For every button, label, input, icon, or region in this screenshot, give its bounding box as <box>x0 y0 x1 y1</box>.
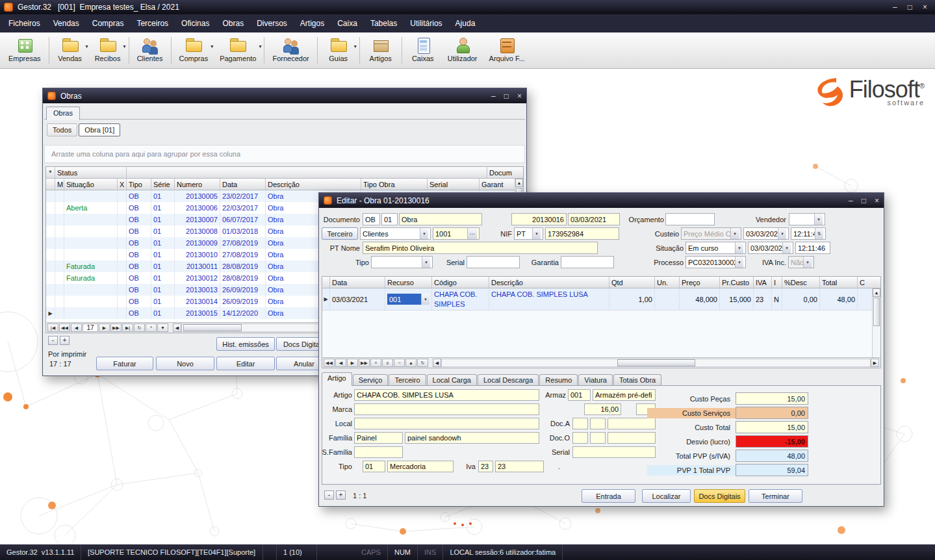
dropdown-icon[interactable]: ▾ <box>735 257 743 268</box>
toolbar-button[interactable]: ▾ Caixas <box>404 34 442 67</box>
col-descricao[interactable]: Descrição <box>489 277 609 288</box>
col-desc-pct[interactable]: %Desc <box>782 277 820 288</box>
detail-tab[interactable]: Artigo <box>322 372 352 386</box>
tipo-code-field[interactable]: 01 <box>363 461 385 472</box>
col-serie[interactable]: Série <box>151 179 175 190</box>
col-descricao[interactable]: Descrição <box>266 179 361 190</box>
collapse-button[interactable]: - <box>48 336 58 345</box>
toolbar-button[interactable]: ▾ Utilizador <box>442 34 483 67</box>
scrollbar-thumb[interactable] <box>183 324 242 331</box>
menu-item[interactable]: Compras <box>86 16 130 31</box>
detail-tab[interactable]: Terceiro <box>389 374 426 386</box>
nif-pais-combo[interactable]: PT▾ <box>514 227 543 240</box>
col-codigo[interactable]: Código <box>432 277 489 288</box>
toolbar-button[interactable]: ▾ Vendas <box>51 34 89 67</box>
expand-button[interactable]: + <box>336 490 346 500</box>
menu-item[interactable]: Vendas <box>47 16 85 31</box>
custeio-hora-field[interactable]: 12:11:46⇅ <box>791 227 826 240</box>
nav-next-icon[interactable]: ▶ <box>99 324 110 332</box>
orcamento-field[interactable] <box>665 213 715 225</box>
nav-prev-icon[interactable]: ◀ <box>71 324 82 332</box>
menu-item[interactable]: Obras <box>216 16 250 31</box>
nav-next-page-icon[interactable]: ▶▶ <box>110 324 122 332</box>
processo-combo[interactable]: PC0320130002▾ <box>685 256 746 268</box>
dropdown-icon[interactable]: ▾ <box>814 214 823 225</box>
col-c[interactable]: C <box>858 277 880 288</box>
add-row-icon[interactable]: + <box>370 359 381 367</box>
obras-titlebar[interactable]: Obras – □ × <box>43 88 526 103</box>
close-icon[interactable]: × <box>875 196 879 205</box>
menu-item[interactable]: Diversos <box>251 16 293 31</box>
detail-tab[interactable]: Local Carga <box>427 374 477 386</box>
terceiro-num-field[interactable]: 1001⋯ <box>433 227 480 240</box>
menu-item[interactable]: Tabelas <box>365 16 403 31</box>
detail-tab[interactable]: Totais Obra <box>613 374 661 386</box>
hist-emissoes-button[interactable]: Hist. emissões <box>216 337 275 351</box>
maximize-icon[interactable]: □ <box>504 92 509 101</box>
novo-button[interactable]: Novo <box>156 357 214 370</box>
menu-item[interactable]: Caixa <box>331 16 363 31</box>
serial-field[interactable] <box>467 256 520 268</box>
nav-prev-icon[interactable]: ◀ <box>335 359 346 367</box>
new-record-icon[interactable]: * <box>146 324 157 332</box>
armaz-code-field[interactable]: 001 <box>568 389 591 401</box>
local-field[interactable] <box>354 418 539 429</box>
doco-field-2[interactable] <box>590 432 606 444</box>
ellipsis-icon[interactable]: ⋯ <box>467 228 477 239</box>
col-serial[interactable]: Serial <box>428 179 480 190</box>
doca-field-1[interactable] <box>572 418 588 429</box>
refresh-icon[interactable]: ↻ <box>134 324 145 332</box>
editar-obra-window[interactable]: Editar - Obra 01-20130016 – □ × Document… <box>318 192 884 507</box>
tab-obras[interactable]: Obras <box>46 107 80 120</box>
situacao-hora-field[interactable]: 12:11:46 <box>795 242 830 254</box>
col-numero[interactable]: Numero <box>175 179 220 190</box>
scroll-left-icon[interactable]: ◀ <box>173 324 181 332</box>
spinner-icon[interactable]: ⇅ <box>815 228 823 239</box>
cell-data[interactable]: 03/03/2021 <box>330 288 385 310</box>
item-row[interactable]: ▶ 03/03/2021 001▾ CHAPA COB. SIMPLES CHA… <box>322 288 880 311</box>
expand-button[interactable]: + <box>60 336 70 345</box>
col-recurso[interactable]: Recurso <box>385 277 432 288</box>
group-header-status[interactable]: Status <box>55 167 127 178</box>
subtab[interactable]: Todos <box>47 123 77 136</box>
col-tipo[interactable]: Tipo <box>127 179 151 190</box>
toolbar-button[interactable]: ▾ Clientes <box>131 34 169 67</box>
col-tipo-obra[interactable]: Tipo Obra <box>361 179 428 190</box>
situacao-combo[interactable]: Em curso▾ <box>685 242 746 254</box>
close-icon[interactable]: × <box>517 92 522 101</box>
chevron-down-icon[interactable]: ▾ <box>354 44 357 49</box>
col-total[interactable]: Total <box>820 277 858 288</box>
edit-row-icon[interactable]: ± <box>382 359 393 367</box>
menu-item[interactable]: Ficheiros <box>3 16 46 31</box>
col-situacao[interactable]: Situação <box>64 179 118 190</box>
scroll-left-icon[interactable]: ◀ <box>433 359 441 367</box>
cell-un[interactable] <box>655 288 680 310</box>
chevron-down-icon[interactable]: ▾ <box>211 44 213 49</box>
doc-tipo-field[interactable]: OB <box>363 213 380 225</box>
col-qtd[interactable]: Qtd <box>609 277 655 288</box>
col-data[interactable]: Data <box>220 179 266 190</box>
filter-icon[interactable]: ▼ <box>157 324 168 332</box>
maximize-icon[interactable]: □ <box>862 196 866 205</box>
dropdown-icon[interactable]: ▾ <box>735 242 743 253</box>
pt-nome-field[interactable]: Serafim Pinto Oliveira <box>363 242 598 254</box>
vertical-scrollbar[interactable]: ▲ <box>872 288 880 357</box>
minimize-icon[interactable]: – <box>893 3 897 12</box>
chevron-down-icon[interactable]: ▾ <box>259 44 261 49</box>
sfamilia-field[interactable] <box>354 446 403 458</box>
editar-button[interactable]: Editar <box>216 357 275 370</box>
col-x[interactable]: X <box>118 179 127 190</box>
docs-digitais-button[interactable]: Docs Digitais <box>694 489 745 503</box>
doco-field-1[interactable] <box>572 432 588 444</box>
cell-total[interactable]: 48,00 <box>820 288 858 310</box>
collapse-button[interactable]: - <box>324 490 334 500</box>
menu-item[interactable]: Utilitários <box>404 16 448 31</box>
situacao-data-field[interactable]: 03/03/2021▾ <box>748 242 793 254</box>
marca-field[interactable] <box>354 403 539 415</box>
terminar-button[interactable]: Terminar <box>749 489 802 503</box>
minimize-icon[interactable]: – <box>849 196 853 205</box>
doca-field-2[interactable] <box>590 418 606 429</box>
menu-item[interactable]: Artigos <box>294 16 330 31</box>
iva-inc-combo[interactable]: Não▾ <box>788 256 814 268</box>
dropdown-icon[interactable]: ▾ <box>422 257 430 268</box>
